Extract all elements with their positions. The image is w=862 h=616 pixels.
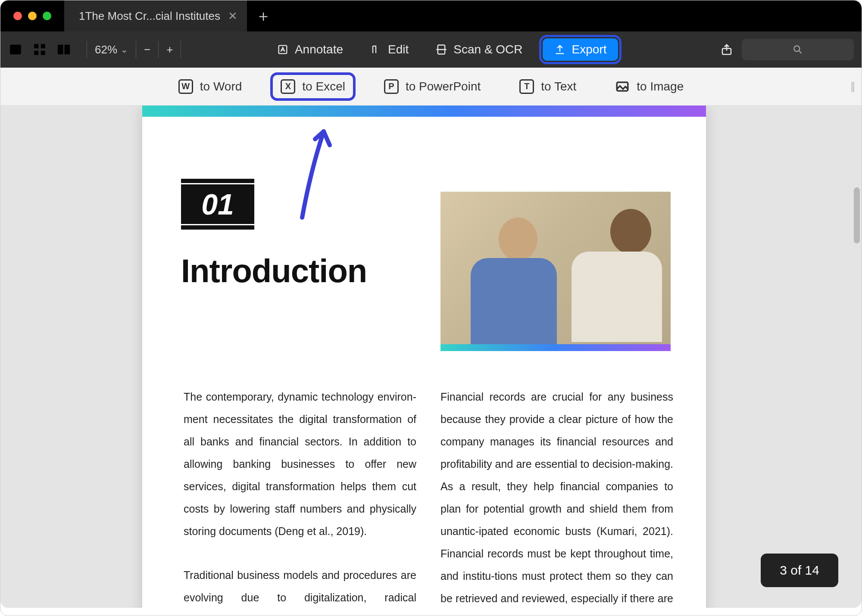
separator — [158, 41, 159, 58]
edit-label: Edit — [388, 43, 409, 56]
svg-point-12 — [794, 46, 800, 51]
export-subtoolbar: W to Word X to Excel P to PowerPoint T t… — [0, 68, 862, 106]
person-right-illustration — [572, 209, 662, 344]
pdf-page: 01 Introduction The contemporary, dynami… — [142, 106, 706, 608]
svg-rect-3 — [41, 44, 45, 48]
scan-ocr-label: Scan & OCR — [453, 43, 522, 56]
page-gradient-bar — [142, 106, 706, 117]
scan-ocr-button[interactable]: Scan & OCR — [428, 38, 529, 61]
paragraph: Traditional business models and procedur… — [184, 564, 416, 608]
text-column-right: Financial records are crucial for any bu… — [440, 386, 673, 608]
to-image-button[interactable]: to Image — [607, 75, 691, 98]
tab-title: 1The Most Cr...cial Institutes — [79, 9, 220, 23]
zoom-in-button[interactable]: + — [166, 43, 173, 56]
word-icon: W — [178, 79, 193, 94]
chapter-number-badge: 01 — [181, 179, 254, 230]
text-column-left: The contemporary, dynamic technology env… — [184, 386, 416, 608]
paragraph: The contemporary, dynamic technology env… — [184, 386, 416, 542]
svg-rect-6 — [58, 45, 63, 55]
text-icon: T — [519, 79, 534, 94]
close-window-button[interactable] — [13, 12, 22, 20]
to-excel-label: to Excel — [302, 80, 345, 93]
to-excel-button[interactable]: X to Excel — [273, 75, 353, 98]
search-icon — [792, 44, 803, 55]
close-tab-icon[interactable]: ✕ — [228, 9, 237, 23]
reading-view-icon[interactable] — [56, 42, 71, 57]
new-tab-button[interactable]: ＋ — [256, 6, 271, 27]
image-icon — [615, 79, 630, 94]
edit-icon — [370, 44, 382, 56]
svg-rect-4 — [34, 51, 38, 55]
to-powerpoint-label: to PowerPoint — [406, 80, 481, 93]
page-indicator: 3 of 14 — [761, 554, 838, 587]
zoom-control[interactable]: 62% ⌄ — [95, 43, 128, 56]
person-left-illustration — [471, 218, 565, 344]
export-button[interactable]: Export — [543, 38, 618, 61]
separator — [181, 41, 181, 58]
svg-rect-2 — [34, 44, 38, 48]
svg-rect-0 — [10, 45, 21, 55]
svg-rect-5 — [41, 51, 45, 55]
share-icon[interactable] — [720, 43, 733, 56]
chevron-down-icon: ⌄ — [121, 44, 128, 55]
annotate-label: Annotate — [295, 43, 343, 56]
document-viewport[interactable]: 01 Introduction The contemporary, dynami… — [0, 106, 862, 608]
svg-rect-7 — [64, 45, 70, 55]
page-photo — [440, 192, 671, 351]
window-controls — [13, 12, 51, 20]
main-toolbar: 62% ⌄ − + Annotate Edit Scan & OCR Expor… — [0, 31, 862, 68]
excel-icon: X — [281, 79, 295, 94]
drag-handle-icon[interactable]: || — [850, 80, 854, 93]
vertical-scrollbar[interactable] — [854, 187, 860, 243]
fullscreen-window-button[interactable] — [43, 12, 51, 20]
minimize-window-button[interactable] — [28, 12, 37, 20]
separator — [87, 41, 87, 58]
svg-line-13 — [799, 51, 801, 53]
chapter-number: 01 — [181, 184, 254, 224]
to-powerpoint-button[interactable]: P to PowerPoint — [376, 75, 488, 98]
paragraph: Financial records are crucial for any bu… — [440, 386, 673, 608]
to-text-button[interactable]: T to Text — [512, 75, 584, 98]
separator — [136, 41, 136, 58]
to-word-button[interactable]: W to Word — [171, 75, 250, 98]
annotate-button[interactable]: Annotate — [270, 38, 350, 61]
thumbnails-view-icon[interactable] — [32, 42, 47, 57]
search-field[interactable] — [742, 39, 854, 60]
annotate-icon — [277, 44, 289, 56]
page-heading: Introduction — [181, 252, 367, 289]
zoom-value: 62% — [95, 43, 117, 56]
scan-ocr-icon — [435, 44, 447, 56]
to-word-label: to Word — [200, 80, 242, 93]
to-image-label: to Image — [637, 80, 684, 93]
powerpoint-icon: P — [384, 79, 399, 94]
to-text-label: to Text — [541, 80, 576, 93]
zoom-out-button[interactable]: − — [144, 43, 150, 56]
window-titlebar: 1The Most Cr...cial Institutes ✕ ＋ — [0, 0, 862, 31]
export-label: Export — [572, 43, 607, 56]
document-tab[interactable]: 1The Most Cr...cial Institutes ✕ — [64, 0, 247, 31]
export-icon — [554, 44, 566, 56]
edit-button[interactable]: Edit — [363, 38, 415, 61]
sidebar-toggle-icon[interactable] — [8, 42, 23, 57]
